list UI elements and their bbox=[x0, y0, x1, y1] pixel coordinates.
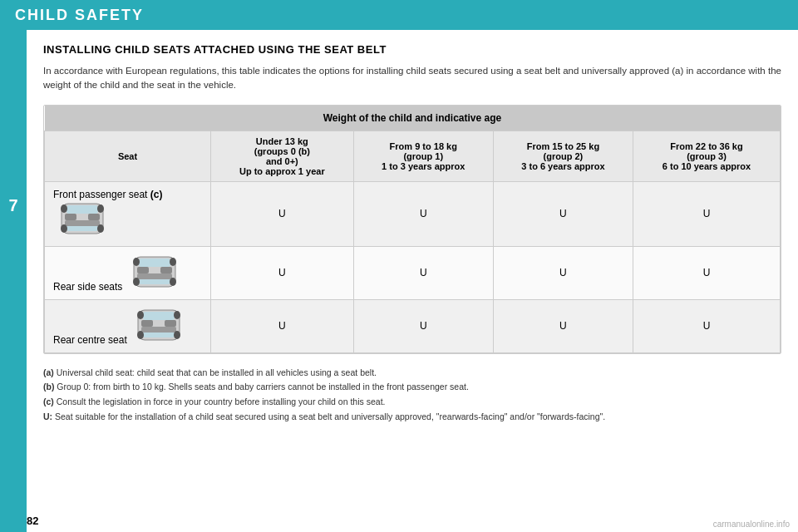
page-title: CHILD SAFETY bbox=[15, 7, 144, 24]
svg-point-26 bbox=[137, 311, 144, 319]
svg-point-19 bbox=[170, 278, 176, 286]
svg-point-27 bbox=[174, 311, 180, 319]
seat-cell: Front passenger seat (c) bbox=[45, 181, 211, 246]
col-22to36: From 22 to 36 kg(group 3)6 to 10 years a… bbox=[633, 131, 781, 181]
footer-note-2: (c) Consult the legislation in force in … bbox=[43, 395, 781, 409]
seat-label: Rear centre seat bbox=[53, 334, 127, 346]
main-content: INSTALLING CHILD SEATS ATTACHED USING TH… bbox=[27, 30, 798, 532]
svg-point-6 bbox=[61, 204, 67, 213]
seat-cell: Rear side seats bbox=[45, 246, 211, 299]
header-bar: CHILD SAFETY bbox=[0, 0, 798, 30]
svg-rect-13 bbox=[137, 267, 149, 273]
table-row: Front passenger seat (c) UUUU bbox=[45, 181, 781, 246]
table-main-header: Weight of the child and indicative age bbox=[45, 106, 781, 131]
chapter-number: 7 bbox=[8, 196, 17, 215]
col-15to25: From 15 to 25 kg(group 2)3 to 6 years ap… bbox=[493, 131, 633, 181]
car-image bbox=[126, 254, 184, 290]
page-number: 82 bbox=[27, 515, 38, 527]
footer-note-3: U: Seat suitable for the installation of… bbox=[43, 410, 781, 424]
cell-under13: U bbox=[211, 246, 354, 299]
watermark: carmanualonline.info bbox=[713, 520, 790, 529]
svg-rect-21 bbox=[143, 312, 175, 320]
cell-under13: U bbox=[211, 299, 354, 352]
svg-rect-23 bbox=[141, 320, 153, 327]
sidebar: 7 bbox=[0, 30, 27, 532]
cell-15to25: U bbox=[493, 299, 633, 352]
table-row: Rear side seats UUUU bbox=[45, 246, 781, 299]
svg-point-9 bbox=[97, 224, 104, 233]
table-row: Rear centre seat UUUU bbox=[45, 299, 781, 352]
svg-point-7 bbox=[97, 204, 104, 213]
svg-point-16 bbox=[133, 258, 140, 266]
svg-rect-1 bbox=[66, 205, 98, 214]
svg-point-18 bbox=[133, 278, 140, 286]
svg-rect-11 bbox=[139, 259, 170, 267]
svg-rect-5 bbox=[65, 220, 100, 226]
svg-rect-4 bbox=[88, 214, 100, 220]
cell-under13: U bbox=[211, 181, 354, 246]
col-9to18: From 9 to 18 kg(group 1)1 to 3 years app… bbox=[353, 131, 493, 181]
svg-point-17 bbox=[170, 258, 176, 266]
svg-point-29 bbox=[174, 331, 180, 339]
intro-text: In accordance with European regulations,… bbox=[43, 64, 781, 93]
svg-rect-3 bbox=[65, 214, 76, 220]
cell-15to25: U bbox=[493, 181, 633, 246]
footer-note-0: (a) Universal child seat: child seat tha… bbox=[43, 366, 781, 380]
table-column-headers: Seat Under 13 kg(groups 0 (b)and 0+)Up t… bbox=[45, 131, 781, 181]
footer-note-1: (b) Group 0: from birth to 10 kg. Shells… bbox=[43, 380, 781, 394]
car-image bbox=[130, 307, 188, 343]
col-seat: Seat bbox=[45, 131, 211, 181]
svg-point-8 bbox=[61, 224, 67, 233]
cell-9to18: U bbox=[353, 181, 493, 246]
seat-label: Rear side seats bbox=[53, 281, 122, 293]
col-under13: Under 13 kg(groups 0 (b)and 0+)Up to app… bbox=[211, 131, 354, 181]
seat-label: Front passenger seat (c) bbox=[53, 189, 162, 200]
cell-22to36: U bbox=[633, 299, 781, 352]
car-image bbox=[53, 200, 111, 237]
svg-point-28 bbox=[137, 331, 144, 339]
cell-9to18: U bbox=[353, 246, 493, 299]
section-title: INSTALLING CHILD SEATS ATTACHED USING TH… bbox=[43, 43, 781, 56]
svg-rect-15 bbox=[137, 273, 172, 279]
child-seat-table: Weight of the child and indicative age S… bbox=[43, 105, 781, 354]
cell-15to25: U bbox=[493, 246, 633, 299]
seat-cell: Rear centre seat bbox=[45, 299, 211, 352]
svg-rect-25 bbox=[141, 327, 176, 332]
cell-22to36: U bbox=[633, 246, 781, 299]
footer-notes: (a) Universal child seat: child seat tha… bbox=[43, 366, 781, 424]
cell-9to18: U bbox=[353, 299, 493, 352]
svg-rect-24 bbox=[165, 320, 176, 327]
svg-rect-14 bbox=[160, 267, 172, 273]
cell-22to36: U bbox=[633, 181, 781, 246]
